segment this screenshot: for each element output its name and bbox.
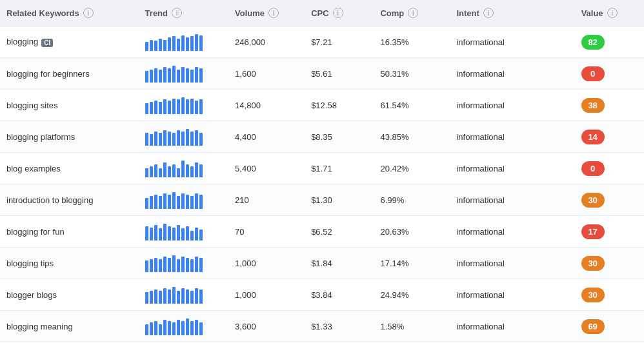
- trend-cell: [139, 311, 229, 342]
- trend-bar: [195, 228, 198, 240]
- volume-cell: 3,600: [228, 311, 305, 342]
- trend-bar: [168, 258, 171, 272]
- value-badge: 30: [581, 256, 605, 271]
- trend-bar: [181, 257, 185, 272]
- trend-cell: [139, 279, 229, 311]
- comp-cell: 24.94%: [374, 279, 450, 311]
- table-row: blogger blogs1,000$3.8424.94%information…: [0, 279, 644, 311]
- trend-bar: [172, 192, 176, 209]
- keyword-cell: blogging tips: [0, 248, 139, 279]
- col-header-volume: Volume i: [228, 0, 305, 26]
- trend-bar: [190, 231, 194, 240]
- trend-bar: [177, 168, 180, 177]
- trend-bar: [186, 318, 189, 335]
- trend-bar: [168, 195, 171, 209]
- trend-col-label: Trend: [145, 8, 168, 18]
- trend-bar: [168, 226, 171, 240]
- trend-bar: [195, 101, 198, 114]
- trend-bar: [181, 193, 185, 209]
- trend-bar: [190, 321, 194, 335]
- trend-bar: [168, 37, 171, 51]
- trend-bar: [199, 195, 203, 209]
- intent-cell: informational: [450, 311, 574, 342]
- trend-bar: [168, 101, 171, 114]
- table-row: blogging for fun70$6.5220.63%information…: [0, 216, 644, 248]
- comp-cell: 20.42%: [374, 153, 450, 184]
- trend-bar: [181, 228, 185, 240]
- keyword-cell: blogging sites: [0, 90, 139, 121]
- trend-bar: [199, 68, 203, 83]
- trend-bar: [172, 66, 176, 83]
- keyword-text: blogging sites: [6, 101, 58, 110]
- value-col-label: Value: [581, 8, 603, 18]
- comp-cell: 6.99%: [374, 184, 450, 216]
- trend-bar: [154, 68, 157, 83]
- keyword-col-label: Related Keywords: [6, 8, 79, 18]
- table-row: blogging sites14,800$12.5861.54%informat…: [0, 90, 644, 121]
- trend-cell: [139, 121, 229, 153]
- trend-bar: [159, 70, 162, 83]
- trend-bar: [199, 289, 203, 304]
- value-info-icon[interactable]: i: [607, 8, 618, 18]
- trend-bar: [145, 42, 148, 51]
- keyword-info-icon[interactable]: i: [83, 8, 94, 18]
- trend-bar: [177, 39, 180, 51]
- trend-bar: [186, 99, 189, 114]
- cpc-cell: $6.52: [305, 216, 374, 248]
- trend-bar: [199, 322, 203, 335]
- trend-bar: [190, 70, 194, 83]
- keyword-text: blogging platforms: [6, 132, 75, 142]
- comp-cell: 50.31%: [374, 58, 450, 90]
- trend-bar: [154, 101, 157, 114]
- comp-cell: 20.63%: [374, 216, 450, 248]
- intent-cell: informational: [450, 121, 574, 153]
- volume-cell: 1,000: [228, 248, 305, 279]
- value-cell: 38: [575, 90, 644, 121]
- cpc-cell: $1.84: [305, 248, 374, 279]
- trend-chart: [145, 159, 203, 177]
- value-cell: 69: [575, 311, 644, 342]
- cpc-info-icon[interactable]: i: [333, 8, 343, 18]
- trend-bar: [150, 228, 153, 240]
- intent-info-icon[interactable]: i: [483, 8, 494, 18]
- keyword-cell: introduction to blogging: [0, 184, 139, 216]
- comp-info-icon[interactable]: i: [408, 8, 418, 18]
- trend-cell: [139, 184, 229, 216]
- trend-bar: [186, 68, 189, 83]
- trend-bar: [172, 228, 176, 240]
- trend-bar: [150, 134, 153, 146]
- value-badge: 14: [581, 130, 605, 144]
- col-header-trend: Trend i: [139, 0, 229, 26]
- related-keywords-table: Related Keywords i Trend i Volume i: [0, 0, 644, 342]
- trend-bar: [159, 324, 162, 335]
- trend-bar: [154, 195, 157, 209]
- intent-col-label: Intent: [456, 8, 479, 18]
- trend-bar: [159, 39, 162, 51]
- trend-bar: [195, 320, 198, 335]
- table-row: blogging meaning3,600$1.331.58%informati…: [0, 311, 644, 342]
- value-badge: 69: [581, 319, 605, 334]
- intent-cell: informational: [450, 184, 574, 216]
- trend-bar: [163, 257, 166, 272]
- value-cell: 17: [575, 216, 644, 248]
- volume-cell: 246,000: [228, 26, 305, 58]
- col-header-comp: Comp i: [374, 0, 450, 26]
- value-cell: 30: [575, 248, 644, 279]
- trend-bar: [145, 198, 148, 209]
- volume-info-icon[interactable]: i: [268, 8, 279, 18]
- cpc-cell: $7.21: [305, 26, 374, 58]
- col-header-intent: Intent i: [450, 0, 574, 26]
- trend-info-icon[interactable]: i: [172, 8, 182, 18]
- trend-bar: [195, 130, 198, 146]
- trend-bar: [177, 70, 180, 83]
- trend-cell: [139, 90, 229, 121]
- trend-bar: [186, 289, 189, 304]
- trend-bar: [172, 255, 176, 272]
- trend-bar: [154, 225, 157, 240]
- value-badge: 30: [581, 193, 605, 208]
- value-cell: 0: [575, 58, 644, 90]
- trend-bar: [163, 193, 166, 209]
- value-cell: 30: [575, 279, 644, 311]
- value-badge: 0: [581, 66, 605, 81]
- keyword-cell: bloggingCI: [0, 26, 139, 58]
